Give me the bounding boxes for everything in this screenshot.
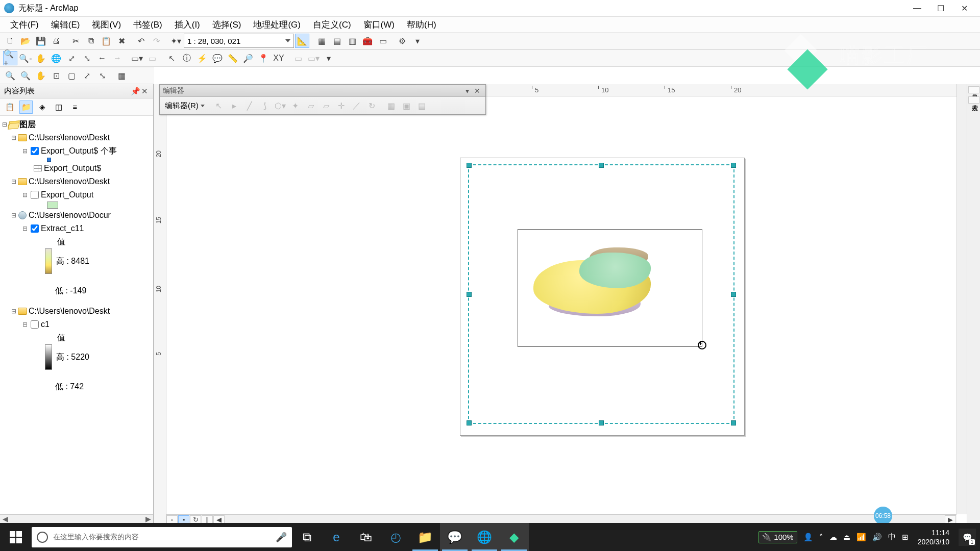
data-frame-selection[interactable] [468,164,734,424]
toc-path-1[interactable]: C:\Users\lenovo\Deskt [29,131,110,144]
arccatalog-tab[interactable]: 目录 [968,86,979,93]
sketch-properties-icon[interactable]: ▣ [400,98,414,113]
identify-icon[interactable]: ⓘ [180,51,194,65]
ime-simp-icon[interactable]: ⊞ [902,533,909,542]
resize-handle[interactable] [467,292,472,297]
volume-icon[interactable]: 🔊 [872,533,882,542]
arctoolbox-icon[interactable]: 🧰 [360,34,375,48]
tray-up-icon[interactable]: ˄ [819,533,823,542]
table-icon[interactable]: ▦ [314,34,329,48]
layer-checkbox-1[interactable] [31,147,39,155]
toolbar-options-icon[interactable]: ▾ [410,34,425,48]
open-icon[interactable]: 📂 [18,34,33,48]
rotate-icon[interactable]: ↻ [365,98,379,113]
layer-checkbox-4[interactable] [31,320,39,329]
resize-handle[interactable] [731,292,736,297]
goto-xy-icon[interactable]: XY [272,51,286,65]
list-by-source-icon[interactable]: 📁 [19,101,33,114]
undo-icon[interactable]: ↶ [134,34,148,48]
edit-vertices-icon[interactable]: ▱ [304,98,318,113]
measure-icon[interactable]: 📏 [226,51,240,65]
pan-icon[interactable]: ✋ [34,51,48,65]
layout-page[interactable] [460,158,745,436]
arc-segment-icon[interactable]: ⟆ [258,98,272,113]
toc-path-docs[interactable]: C:\Users\lenovo\Docur [29,209,111,222]
resize-handle[interactable] [731,163,736,168]
forward-icon[interactable]: → [110,51,125,65]
wifi-icon[interactable]: 📶 [856,533,866,542]
catalog-icon[interactable]: ▤ [330,34,344,48]
minimize-button[interactable]: — [905,0,929,16]
point-icon[interactable]: ✦ [288,98,303,113]
search-window-icon[interactable]: ▥ [345,34,359,48]
toolbar-options-2-icon[interactable]: ▾ [322,51,336,65]
select-features-icon[interactable]: ▭▾ [130,51,144,65]
editor-toolbar-title[interactable]: 编辑器 ▾ ✕ [160,85,485,97]
toc-layer-c1[interactable]: c1 [41,318,50,331]
battery-indicator[interactable]: 🔌100% [758,531,797,543]
toc-table-export[interactable]: Export_Output$ [44,162,101,175]
layer-checkbox-3[interactable] [31,224,39,233]
zoom-whole-page-icon[interactable]: ⊡ [49,68,63,83]
reshape-icon[interactable]: ▱ [319,98,333,113]
list-by-visibility-icon[interactable]: ◈ [36,101,49,114]
resize-handle[interactable] [731,420,736,425]
filmora-taskbar-icon[interactable]: ◆ [499,523,529,551]
resize-handle[interactable] [467,163,472,168]
ime-zh-icon[interactable]: 中 [888,532,896,542]
cut-polygons-icon[interactable]: ✛ [334,98,349,113]
pin-icon[interactable]: 📌 [131,87,140,96]
add-data-icon[interactable]: ✦▾ [168,34,183,48]
arcmap-taskbar-icon[interactable]: 🌐 [470,523,499,551]
menu-selection[interactable]: 选择(S) [206,17,248,33]
print-icon[interactable]: 🖨 [49,34,63,48]
taskbar-search[interactable]: 在这里输入你要搜索的内容 🎤 [32,527,292,547]
hyperlink-icon[interactable]: ⚡ [195,51,209,65]
scale-combo[interactable]: 1 : 28, 030, 021 [184,34,294,48]
wechat-icon[interactable]: 💬 [440,523,470,551]
task-view-icon[interactable]: ⧉ [292,523,322,551]
onedrive-icon[interactable]: ☁ [829,533,837,542]
layout-fixed-out-icon[interactable]: ⤡ [95,68,109,83]
menu-view[interactable]: 视图(V) [86,17,127,33]
menu-window[interactable]: 窗口(W) [357,17,401,33]
people-icon[interactable]: 👤 [803,533,813,542]
layout-zoom-in-icon[interactable]: 🔍 [3,68,17,83]
resize-handle[interactable] [599,163,604,168]
menu-bookmarks[interactable]: 书签(B) [127,17,168,33]
back-icon[interactable]: ← [95,51,109,65]
close-button[interactable]: ✕ [952,0,976,16]
find-icon[interactable]: 🔎 [241,51,255,65]
layout-zoom-out-icon[interactable]: 🔍 [18,68,33,83]
action-center-icon[interactable]: 💬1 [959,529,976,546]
toc-root[interactable]: 图层 [19,118,36,131]
toc-options-icon[interactable]: ≡ [68,101,82,114]
menu-edit[interactable]: 编辑(E) [45,17,86,33]
start-button[interactable] [0,523,32,551]
toc-layer-export-output[interactable]: Export_Output [41,188,93,202]
zoom-out-icon[interactable]: 🔍- [18,51,33,65]
resize-handle[interactable] [599,420,604,425]
attributes-icon[interactable]: ▦ [384,98,399,113]
menu-help[interactable]: 帮助(H) [401,17,443,33]
fixed-zoom-out-icon[interactable]: ⤡ [80,51,94,65]
menu-file[interactable]: 文件(F) [4,17,45,33]
taskbar-clock[interactable]: 11:14 2020/3/10 [915,528,952,546]
resize-handle[interactable] [467,420,472,425]
toc-path-2[interactable]: C:\Users\lenovo\Deskt [29,175,110,188]
create-features-icon[interactable]: ▤ [415,98,429,113]
store-icon[interactable]: 🛍 [351,523,381,551]
menu-geoprocessing[interactable]: 地理处理(G) [247,17,307,33]
model-builder-icon[interactable]: ⚙ [395,34,409,48]
html-popup-icon[interactable]: 💬 [210,51,225,65]
editor-toolbar[interactable]: 编辑器 ▾ ✕ 编辑器(R) ↖ ▸ ╱ ⟆ ⬡▾ ✦ ▱ ▱ ✛ ／ ↻ ▦ … [159,84,486,115]
maximize-button[interactable]: ☐ [929,0,952,16]
layer-checkbox-2[interactable] [31,191,39,199]
python-icon[interactable]: ▭ [376,34,390,48]
layout-back-icon[interactable]: ▦ [114,68,129,83]
fixed-zoom-in-icon[interactable]: ⤢ [64,51,79,65]
trace-icon[interactable]: ⬡▾ [273,98,287,113]
cut-icon[interactable]: ✂ [68,34,83,48]
layout-fixed-in-icon[interactable]: ⤢ [80,68,94,83]
toc-path-3[interactable]: C:\Users\lenovo\Deskt [29,305,110,318]
